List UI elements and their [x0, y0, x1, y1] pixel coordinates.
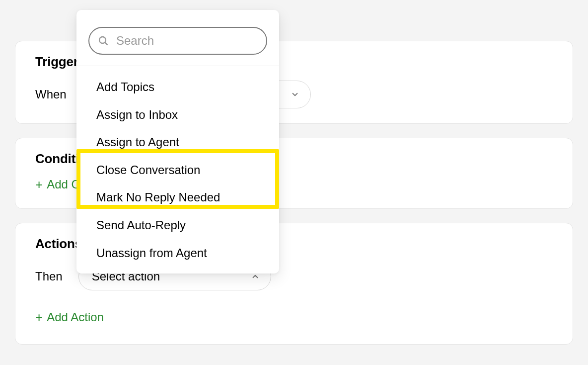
svg-line-1 [105, 42, 107, 45]
option-add-topics[interactable]: Add Topics [76, 73, 279, 101]
option-mark-no-reply-needed[interactable]: Mark No Reply Needed [76, 183, 279, 211]
dropdown-search[interactable] [88, 27, 267, 55]
then-label: Then [35, 270, 63, 283]
when-label: When [35, 88, 67, 101]
dropdown-search-wrap [76, 10, 279, 66]
option-assign-to-agent[interactable]: Assign to Agent [76, 128, 279, 156]
option-send-auto-reply[interactable]: Send Auto-Reply [76, 211, 279, 239]
option-unassign-from-agent[interactable]: Unassign from Agent [76, 239, 279, 267]
option-close-conversation[interactable]: Close Conversation [76, 156, 279, 184]
plus-icon: + [35, 311, 43, 324]
option-assign-to-inbox[interactable]: Assign to Inbox [76, 101, 279, 129]
dropdown-options: Add Topics Assign to Inbox Assign to Age… [76, 66, 279, 267]
dropdown-search-input[interactable] [115, 33, 266, 48]
search-icon [97, 34, 109, 47]
add-action-button[interactable]: + Add Action [35, 310, 553, 324]
action-dropdown: Add Topics Assign to Inbox Assign to Age… [76, 10, 279, 274]
chevron-down-icon [291, 90, 299, 99]
plus-icon: + [35, 178, 43, 191]
add-action-label: Add Action [47, 310, 104, 324]
